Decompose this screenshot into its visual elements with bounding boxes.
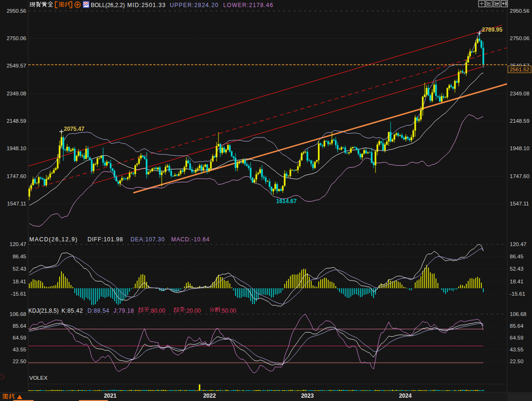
svg-text:UPPER:2824.20: UPPER:2824.20 (170, 2, 219, 9)
svg-text:2950.56: 2950.56 (510, 8, 530, 14)
svg-text:106.68: 106.68 (9, 311, 26, 317)
svg-text:-15.61: -15.61 (510, 291, 525, 297)
svg-text:86.45: 86.45 (510, 254, 523, 259)
svg-text::50.00: :50.00 (220, 307, 236, 314)
svg-text:VOLEX: VOLEX (29, 375, 48, 381)
svg-text::80.00: :80.00 (149, 307, 166, 314)
svg-text:1747.60: 1747.60 (510, 173, 530, 179)
svg-text:64.59: 64.59 (13, 335, 26, 341)
svg-text:86.45: 86.45 (13, 254, 26, 259)
svg-text:2750.06: 2750.06 (510, 35, 530, 41)
svg-text:1948.10: 1948.10 (510, 145, 530, 151)
svg-text:85.64: 85.64 (510, 323, 523, 329)
svg-text:2024: 2024 (399, 392, 412, 399)
svg-text:J:79.18: J:79.18 (113, 307, 134, 314)
svg-text:D:88.54: D:88.54 (87, 307, 109, 314)
svg-text:2023: 2023 (301, 392, 314, 399)
svg-text:2349.08: 2349.08 (7, 91, 26, 96)
svg-text:DIFF:101.98: DIFF:101.98 (87, 236, 123, 243)
svg-text:52.43: 52.43 (510, 266, 523, 272)
svg-text:MID:2501.33: MID:2501.33 (127, 2, 166, 9)
svg-text:2349.08: 2349.08 (510, 91, 530, 96)
svg-text:2148.59: 2148.59 (7, 118, 26, 124)
svg-text:120.47: 120.47 (510, 241, 526, 247)
svg-text:LOWER:2178.46: LOWER:2178.46 (223, 2, 273, 9)
svg-text:MACD(26,12,9): MACD(26,12,9) (29, 236, 78, 243)
svg-text:1614.67: 1614.67 (276, 198, 297, 205)
svg-text:120.47: 120.47 (9, 241, 26, 247)
svg-text:22.50: 22.50 (13, 358, 26, 364)
svg-text:85.64: 85.64 (13, 323, 26, 329)
svg-text:43.55: 43.55 (13, 347, 26, 352)
svg-text:2148.59: 2148.59 (510, 118, 530, 124)
svg-text:2075.47: 2075.47 (64, 126, 85, 132)
svg-text::20.00: :20.00 (185, 307, 201, 314)
svg-text:2022: 2022 (203, 392, 216, 399)
svg-text:18.41: 18.41 (13, 279, 26, 284)
svg-text:2950.56: 2950.56 (7, 8, 26, 14)
svg-text:KDJ(21,8,5): KDJ(21,8,5) (28, 307, 59, 314)
svg-text:1747.60: 1747.60 (7, 173, 26, 179)
svg-text:1547.11: 1547.11 (7, 201, 26, 206)
svg-text:2561.52: 2561.52 (510, 67, 530, 72)
svg-text:22.50: 22.50 (510, 358, 523, 364)
svg-text:2789.95: 2789.95 (482, 26, 503, 33)
svg-text:MACD:-10.64: MACD:-10.64 (171, 236, 210, 243)
svg-text:52.43: 52.43 (13, 266, 26, 272)
svg-text:BOLL(26,2.2): BOLL(26,2.2) (91, 2, 125, 9)
svg-text:64.59: 64.59 (510, 335, 523, 341)
svg-text:2549.57: 2549.57 (7, 63, 26, 68)
svg-text:43.55: 43.55 (510, 347, 523, 352)
svg-text:1948.10: 1948.10 (7, 145, 26, 151)
svg-text:DEA:107.30: DEA:107.30 (131, 236, 165, 243)
svg-text:106.68: 106.68 (510, 311, 526, 317)
svg-text:K:85.42: K:85.42 (61, 307, 83, 314)
svg-text:2750.06: 2750.06 (7, 35, 26, 41)
svg-text:18.41: 18.41 (510, 279, 523, 284)
svg-text:-15.61: -15.61 (11, 291, 26, 297)
svg-text:2021: 2021 (104, 392, 117, 399)
svg-text:1547.11: 1547.11 (510, 201, 529, 206)
